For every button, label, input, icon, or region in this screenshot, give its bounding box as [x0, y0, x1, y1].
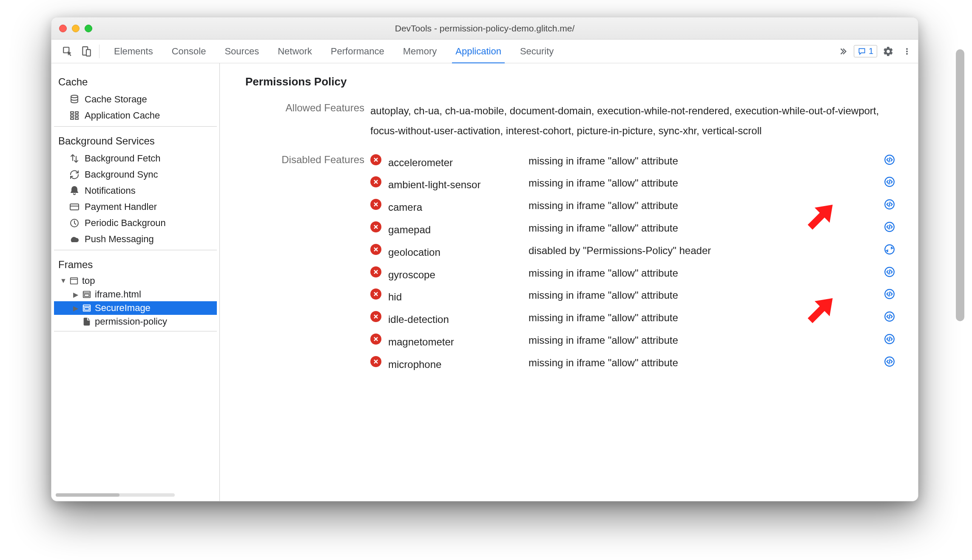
sidebar-item-application-cache[interactable]: Application Cache: [54, 107, 217, 124]
main-panel: Permissions Policy Allowed Features auto…: [220, 63, 918, 501]
svg-rect-12: [75, 118, 78, 119]
frame-tree-item[interactable]: ▶SecureImage: [54, 301, 217, 315]
feature-reason: missing in iframe "allow" attribute: [529, 310, 880, 326]
svg-rect-11: [71, 118, 74, 119]
settings-icon[interactable]: [881, 44, 896, 59]
feature-reason: disabled by "Permissions-Policy" header: [529, 243, 880, 259]
error-badge-icon: [370, 334, 381, 345]
reveal-source-icon[interactable]: [884, 288, 903, 300]
svg-point-3: [906, 48, 908, 50]
feature-name: gyroscope: [388, 265, 524, 285]
reveal-source-icon[interactable]: [884, 266, 903, 277]
devtools-toolbar: ElementsConsoleSourcesNetworkPerformance…: [51, 40, 918, 63]
issues-chip[interactable]: 1: [854, 45, 877, 57]
sidebar-item-label: Application Cache: [85, 110, 160, 121]
inspect-element-icon[interactable]: [60, 44, 75, 59]
database-icon: [69, 94, 80, 105]
reveal-source-icon[interactable]: [884, 176, 903, 187]
svg-rect-10: [75, 115, 78, 116]
tab-security[interactable]: Security: [518, 46, 555, 57]
application-sidebar: CacheCache StorageApplication CacheBackg…: [51, 63, 220, 501]
feature-reason: missing in iframe "allow" attribute: [529, 355, 880, 371]
sidebar-item-payment-handler[interactable]: Payment Handler: [54, 199, 217, 215]
sidebar-item-periodic-bg[interactable]: Periodic Backgroun: [54, 215, 217, 231]
tab-console[interactable]: Console: [170, 46, 208, 57]
zoom-window-button[interactable]: [85, 25, 92, 32]
disabled-feature-row: microphone missing in iframe "allow" att…: [370, 355, 903, 375]
bell-icon: [69, 186, 80, 196]
sidebar-divider: [54, 331, 217, 331]
feature-reason: missing in iframe "allow" attribute: [529, 265, 880, 281]
tab-performance[interactable]: Performance: [329, 46, 386, 57]
svg-rect-20: [85, 294, 89, 297]
feature-name: accelerometer: [388, 153, 524, 173]
svg-rect-16: [71, 278, 78, 284]
sidebar-item-bg-sync[interactable]: Background Sync: [54, 167, 217, 183]
tab-sources[interactable]: Sources: [223, 46, 261, 57]
svg-point-6: [71, 95, 78, 98]
sidebar-item-push-messaging[interactable]: Push Messaging: [54, 231, 217, 247]
disabled-feature-row: geolocation disabled by "Permissions-Pol…: [370, 243, 903, 263]
feature-name: microphone: [388, 355, 524, 375]
reveal-source-icon[interactable]: [884, 199, 903, 210]
disabled-feature-row: camera missing in iframe "allow" attribu…: [370, 198, 903, 218]
sidebar-item-label: Push Messaging: [85, 234, 154, 245]
svg-point-28: [885, 245, 894, 254]
error-badge-icon: [370, 356, 381, 367]
feature-name: camera: [388, 198, 524, 218]
feature-name: hid: [388, 287, 524, 307]
sidebar-item-label: Notifications: [85, 185, 136, 196]
frame-tree-item[interactable]: permission-policy: [54, 315, 217, 328]
reveal-source-icon[interactable]: [884, 334, 903, 345]
svg-rect-23: [85, 308, 89, 310]
sidebar-divider: [54, 250, 217, 250]
window-vertical-scrollbar[interactable]: [956, 49, 964, 483]
svg-rect-13: [70, 204, 79, 210]
frame-tree-item[interactable]: ▶iframe.html: [54, 288, 217, 301]
window-titlebar: DevTools - permission-policy-demo.glitch…: [51, 17, 918, 40]
tab-application[interactable]: Application: [454, 46, 503, 57]
sidebar-item-cache-storage[interactable]: Cache Storage: [54, 91, 217, 107]
network-link-icon[interactable]: [884, 244, 903, 255]
error-badge-icon: [370, 176, 381, 187]
sidebar-item-label: Background Sync: [85, 169, 158, 180]
sidebar-item-label: Background Fetch: [85, 153, 161, 164]
svg-rect-8: [75, 112, 78, 113]
frame-tree-top[interactable]: ▼top: [54, 274, 217, 288]
sidebar-item-bg-fetch[interactable]: Background Fetch: [54, 150, 217, 167]
error-badge-icon: [370, 288, 381, 300]
reveal-source-icon[interactable]: [884, 154, 903, 165]
svg-rect-9: [71, 115, 74, 116]
sidebar-section-frames: Frames: [54, 253, 217, 274]
issues-count: 1: [869, 46, 873, 56]
sidebar-item-label: Cache Storage: [85, 94, 147, 105]
device-toolbar-icon[interactable]: [79, 44, 94, 59]
error-badge-icon: [370, 221, 381, 232]
card-icon: [69, 202, 80, 212]
tab-network[interactable]: Network: [276, 46, 314, 57]
close-window-button[interactable]: [59, 25, 67, 32]
feature-name: ambient-light-sensor: [388, 175, 524, 195]
panel-title: Permissions Policy: [245, 75, 903, 88]
reveal-source-icon[interactable]: [884, 311, 903, 322]
error-badge-icon: [370, 154, 381, 165]
sidebar-horizontal-scrollbar[interactable]: [56, 493, 175, 497]
minimize-window-button[interactable]: [72, 25, 80, 32]
sidebar-item-notifications[interactable]: Notifications: [54, 183, 217, 199]
refresh-icon: [69, 170, 80, 180]
feature-name: geolocation: [388, 243, 524, 263]
error-badge-icon: [370, 311, 381, 322]
reveal-source-icon[interactable]: [884, 221, 903, 232]
reveal-source-icon[interactable]: [884, 356, 903, 367]
allowed-features-label: Allowed Features: [245, 101, 364, 114]
tab-memory[interactable]: Memory: [401, 46, 438, 57]
more-tabs-icon[interactable]: [835, 44, 850, 59]
disabled-feature-row: idle-detection missing in iframe "allow"…: [370, 310, 903, 330]
traffic-lights: [59, 25, 92, 32]
sidebar-section-cache: Cache: [54, 70, 217, 91]
feature-reason: missing in iframe "allow" attribute: [529, 198, 880, 214]
sidebar-section-background-services: Background Services: [54, 129, 217, 150]
tab-elements[interactable]: Elements: [112, 46, 155, 57]
svg-point-4: [906, 51, 908, 52]
sidebar-item-label: Payment Handler: [85, 201, 157, 212]
